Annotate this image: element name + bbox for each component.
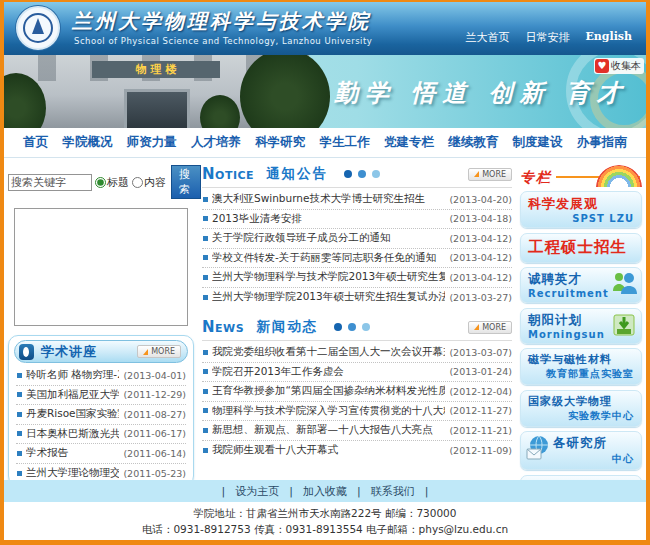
bullet-icon	[17, 431, 22, 436]
notice-link[interactable]: 关于学院行政领导班子成员分工的通知	[212, 231, 445, 245]
notice-link[interactable]: 2013毕业清考安排	[212, 212, 445, 226]
link-daily-schedule[interactable]: 日常安排	[525, 30, 569, 45]
collect-badge-label: 收集本	[611, 59, 641, 73]
bullet-icon	[203, 448, 208, 453]
lectures-tab-icon	[19, 344, 34, 360]
lecture-link[interactable]: 兰州大学理论物理交流平台	[26, 466, 119, 480]
lectures-more-button[interactable]: MORE	[137, 345, 181, 358]
set-homepage-link[interactable]: 设为主页	[235, 484, 279, 499]
media-placeholder-box	[14, 208, 188, 326]
special-column-label: 专栏	[520, 169, 552, 187]
left-column: 标题 内容 搜 索 学术讲座 MORE 聆听名师 格物穷理-	[6, 163, 198, 478]
news-link[interactable]: 王育华教授参加“第四届全国掺杂纳米材料发光性质学术会议”并作邀请报	[212, 384, 445, 398]
news-link[interactable]: 我院师生观看十八大开幕式	[212, 443, 445, 457]
banner-line2: 实验教学中心	[528, 409, 634, 423]
nav-item-student-work[interactable]: 学生工作	[320, 134, 370, 151]
banner-line1: 工程硕士招生	[528, 237, 627, 258]
more-triangle-icon	[474, 171, 479, 177]
radio-content-label: 内容	[144, 175, 166, 190]
news-link[interactable]: 新思想、新观点、新部署—十八大报告八大亮点	[212, 423, 445, 437]
banner-slogan: 勤学 悟道 创新 育才	[334, 77, 628, 109]
separator: |	[357, 485, 361, 498]
nav-item-party[interactable]: 党建专栏	[384, 134, 434, 151]
notice-link[interactable]: 兰州大学物理科学与技术学院2013年硕士研究生复试结果公示	[212, 270, 445, 284]
nav-item-faculty[interactable]: 师资力量	[127, 134, 177, 151]
banner-morningsun[interactable]: 朝阳计划 Morningsun	[520, 308, 642, 344]
lecture-link[interactable]: 日本奥林巴斯激光共聚焦显	[26, 427, 119, 441]
banner-line1: 国家级大学物理	[528, 394, 634, 409]
dots-decoration	[334, 323, 370, 331]
search-button[interactable]: 搜 索	[171, 165, 201, 199]
notice-label-cn: 通知公告	[266, 165, 328, 183]
news-date: (2012-12-04)	[449, 386, 512, 397]
banner: 物 理 楼 勤学 悟道 创新 育才 ♥ 收集本	[4, 55, 646, 128]
add-favorite-link[interactable]: 加入收藏	[303, 484, 347, 499]
nav-item-guide[interactable]: 办事指南	[577, 134, 627, 151]
lecture-date: (2011-06-17)	[123, 428, 186, 439]
university-seal-logo	[16, 6, 60, 50]
banner-line2: 中心	[553, 452, 634, 466]
news-link[interactable]: 物理科学与技术学院深入学习宣传贯彻党的十八大精神	[212, 404, 445, 418]
notice-date: (2013-04-12)	[449, 272, 512, 283]
notice-link[interactable]: 兰州大学物理学院2013年硕士研究生招生复试办法	[212, 290, 445, 304]
list-item: 兰州大学物理学院2013年硕士研究生招生复试办法(2013-03-27)	[202, 288, 512, 308]
search-input[interactable]	[8, 174, 92, 191]
right-column: 专栏 科学发展观 SPST LZU 工程硕士招生 诚聘英才 Recruitmen…	[520, 163, 644, 478]
bullet-icon	[203, 389, 208, 394]
banner-magnetics-lab[interactable]: 磁学与磁性材料 教育部重点实验室	[520, 348, 642, 385]
radio-content[interactable]	[132, 177, 143, 188]
bullet-icon	[17, 373, 22, 378]
notice-link[interactable]: 澳大利亚Swinburne技术大学博士研究生招生	[212, 192, 445, 206]
news-link[interactable]: 学院召开2013年工作务虚会	[212, 365, 445, 379]
banner-line2: 教育部重点实验室	[528, 367, 634, 381]
more-triangle-icon	[143, 349, 148, 355]
banner-research-institutes[interactable]: 各研究所 中心	[520, 431, 642, 470]
footer-info: 学院地址：甘肃省兰州市天水南路222号 邮编：730000 电话：0931-89…	[4, 502, 646, 540]
list-item: 美国加利福尼亚大学庞霖博(2011-12-29)	[16, 386, 186, 406]
list-item: 学术报告(2011-06-14)	[16, 444, 186, 464]
site-title: 兰州大学物理科学与技术学院	[72, 8, 371, 35]
news-link[interactable]: 我院党委组织收看第十二届全国人大一次会议开幕式	[212, 345, 445, 359]
list-item: 王育华教授参加“第四届全国掺杂纳米材料发光性质学术会议”并作邀请报(2012-1…	[202, 382, 512, 402]
contact-us-link[interactable]: 联系我们	[371, 484, 415, 499]
list-item: 物理科学与技术学院深入学习宣传贯彻党的十八大精神(2012-11-27)	[202, 402, 512, 422]
lectures-list: 聆听名师 格物穷理-2013年(2013-04-01) 美国加利福尼亚大学庞霖博…	[14, 363, 188, 483]
link-lzu-home[interactable]: 兰大首页	[465, 30, 509, 45]
nav-item-home[interactable]: 首页	[23, 134, 48, 151]
nav-item-training[interactable]: 人才培养	[191, 134, 241, 151]
middle-column: Notice 通知公告 MORE 澳大利亚Swinburne技术大学博士研究生招…	[198, 163, 520, 478]
news-date: (2013-03-07)	[449, 347, 512, 358]
search-scope-title[interactable]: 标题	[95, 175, 129, 190]
notice-more-button[interactable]: MORE	[468, 168, 512, 181]
nav-item-overview[interactable]: 学院概况	[62, 134, 112, 151]
notice-label-en: Notice	[202, 165, 254, 183]
search-bar: 标题 内容 搜 索	[8, 165, 194, 199]
banner-scientific-outlook[interactable]: 科学发展观 SPST LZU	[520, 191, 642, 228]
site-header: 兰州大学物理科学与技术学院 School of Physical Science…	[4, 2, 646, 55]
link-english[interactable]: English	[585, 30, 632, 45]
banner-engineering-masters[interactable]: 工程硕士招生	[520, 233, 642, 263]
nav-item-regulations[interactable]: 制度建设	[513, 134, 563, 151]
notice-link[interactable]: 学校文件转发-关于药丽雯等同志职务任免的通知	[212, 251, 445, 265]
rainbow-icon	[596, 165, 642, 187]
lecture-link[interactable]: 丹麦Risoe国家实验室黄晓组	[26, 407, 119, 421]
lecture-link[interactable]: 聆听名师 格物穷理-2013年	[26, 368, 119, 382]
lecture-link[interactable]: 学术报告	[26, 446, 119, 460]
radio-title[interactable]	[95, 177, 106, 188]
bullet-icon	[203, 275, 208, 280]
banner-recruitment[interactable]: 诚聘英才 Recruitment	[520, 267, 642, 303]
search-scope-content[interactable]: 内容	[132, 175, 166, 190]
list-item: 丹麦Risoe国家实验室黄晓组(2011-08-27)	[16, 405, 186, 425]
more-label: MORE	[482, 323, 506, 332]
nav-item-continuing-edu[interactable]: 继续教育	[448, 134, 498, 151]
bullet-icon	[17, 471, 22, 476]
footer-address: 学院地址：甘肃省兰州市天水南路222号 邮编：730000	[4, 505, 646, 521]
lecture-link[interactable]: 美国加利福尼亚大学庞霖博	[26, 388, 119, 402]
nav-item-research[interactable]: 科学研究	[255, 134, 305, 151]
banner-physics-teaching-center[interactable]: 国家级大学物理 实验教学中心	[520, 390, 642, 427]
download-icon	[611, 312, 637, 342]
notice-date: (2013-04-12)	[449, 233, 512, 244]
page: 兰州大学物理科学与技术学院 School of Physical Science…	[0, 0, 650, 545]
news-more-button[interactable]: MORE	[468, 321, 512, 334]
collect-badge[interactable]: ♥ 收集本	[594, 58, 644, 74]
